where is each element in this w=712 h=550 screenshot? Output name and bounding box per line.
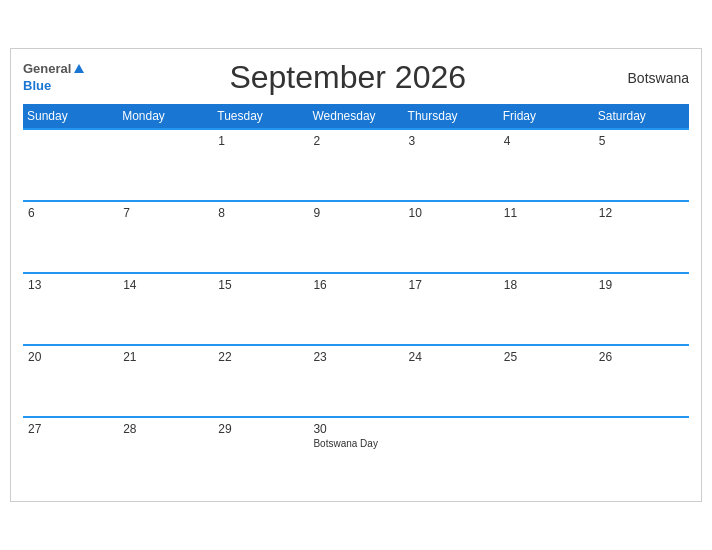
day-cell-1-2: 8 (213, 201, 308, 273)
weekday-saturday: Saturday (594, 104, 689, 129)
day-number: 28 (123, 422, 208, 436)
day-number: 25 (504, 350, 589, 364)
weekday-thursday: Thursday (404, 104, 499, 129)
day-cell-1-1: 7 (118, 201, 213, 273)
holiday-label: Botswana Day (313, 438, 398, 449)
day-number: 2 (313, 134, 398, 148)
day-number: 13 (28, 278, 113, 292)
day-number: 17 (409, 278, 494, 292)
day-number: 6 (28, 206, 113, 220)
day-cell-1-6: 12 (594, 201, 689, 273)
day-number: 8 (218, 206, 303, 220)
day-cell-2-4: 17 (404, 273, 499, 345)
day-number: 4 (504, 134, 589, 148)
logo-blue: Blue (23, 78, 51, 93)
day-cell-2-5: 18 (499, 273, 594, 345)
calendar-header: General Blue September 2026 Botswana (23, 59, 689, 96)
day-number: 19 (599, 278, 684, 292)
week-row-0: 12345 (23, 129, 689, 201)
day-number: 16 (313, 278, 398, 292)
day-number: 26 (599, 350, 684, 364)
week-row-3: 20212223242526 (23, 345, 689, 417)
day-cell-0-6: 5 (594, 129, 689, 201)
day-number: 30 (313, 422, 398, 436)
day-number: 21 (123, 350, 208, 364)
day-cell-0-0 (23, 129, 118, 201)
day-cell-3-1: 21 (118, 345, 213, 417)
day-number: 29 (218, 422, 303, 436)
day-number: 9 (313, 206, 398, 220)
day-cell-4-5 (499, 417, 594, 489)
weekday-wednesday: Wednesday (308, 104, 403, 129)
day-cell-4-3: 30Botswana Day (308, 417, 403, 489)
calendar-table: Sunday Monday Tuesday Wednesday Thursday… (23, 104, 689, 489)
country-label: Botswana (609, 70, 689, 86)
logo-triangle-icon (74, 64, 84, 73)
day-cell-0-5: 4 (499, 129, 594, 201)
day-cell-3-5: 25 (499, 345, 594, 417)
month-title: September 2026 (86, 59, 609, 96)
day-cell-1-0: 6 (23, 201, 118, 273)
day-cell-0-1 (118, 129, 213, 201)
calendar-body: 1234567891011121314151617181920212223242… (23, 129, 689, 489)
day-cell-0-2: 1 (213, 129, 308, 201)
day-cell-4-4 (404, 417, 499, 489)
weekday-monday: Monday (118, 104, 213, 129)
day-number: 23 (313, 350, 398, 364)
weekday-sunday: Sunday (23, 104, 118, 129)
week-row-4: 27282930Botswana Day (23, 417, 689, 489)
day-cell-4-2: 29 (213, 417, 308, 489)
day-number: 14 (123, 278, 208, 292)
weekday-tuesday: Tuesday (213, 104, 308, 129)
day-cell-0-4: 3 (404, 129, 499, 201)
day-cell-0-3: 2 (308, 129, 403, 201)
day-number: 20 (28, 350, 113, 364)
day-cell-2-6: 19 (594, 273, 689, 345)
day-number: 1 (218, 134, 303, 148)
day-cell-4-1: 28 (118, 417, 213, 489)
day-cell-2-3: 16 (308, 273, 403, 345)
day-cell-1-5: 11 (499, 201, 594, 273)
day-cell-3-4: 24 (404, 345, 499, 417)
day-number: 24 (409, 350, 494, 364)
day-cell-2-2: 15 (213, 273, 308, 345)
calendar-container: General Blue September 2026 Botswana Sun… (10, 48, 702, 502)
day-cell-3-2: 22 (213, 345, 308, 417)
day-number: 5 (599, 134, 684, 148)
day-cell-3-3: 23 (308, 345, 403, 417)
day-cell-2-1: 14 (118, 273, 213, 345)
logo: General Blue (23, 62, 86, 94)
week-row-2: 13141516171819 (23, 273, 689, 345)
calendar-header-row: Sunday Monday Tuesday Wednesday Thursday… (23, 104, 689, 129)
day-number: 11 (504, 206, 589, 220)
day-number: 3 (409, 134, 494, 148)
day-number: 12 (599, 206, 684, 220)
weekday-friday: Friday (499, 104, 594, 129)
day-cell-3-0: 20 (23, 345, 118, 417)
day-cell-3-6: 26 (594, 345, 689, 417)
day-cell-1-3: 9 (308, 201, 403, 273)
day-cell-2-0: 13 (23, 273, 118, 345)
day-cell-4-0: 27 (23, 417, 118, 489)
day-number: 22 (218, 350, 303, 364)
day-cell-1-4: 10 (404, 201, 499, 273)
day-number: 27 (28, 422, 113, 436)
day-number: 7 (123, 206, 208, 220)
day-number: 18 (504, 278, 589, 292)
week-row-1: 6789101112 (23, 201, 689, 273)
day-number: 10 (409, 206, 494, 220)
day-cell-4-6 (594, 417, 689, 489)
day-number: 15 (218, 278, 303, 292)
logo-general: General (23, 62, 71, 76)
